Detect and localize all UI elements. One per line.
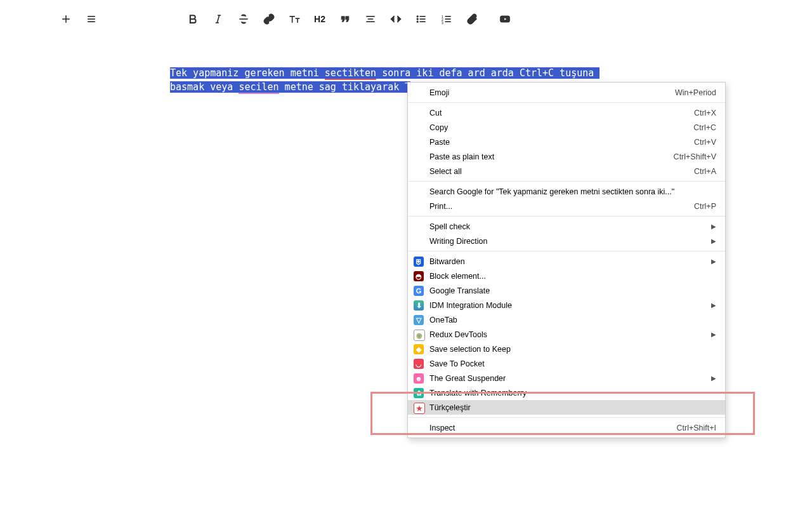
svg-line-7 <box>217 15 219 23</box>
menu-onetab[interactable]: ▽OneTab <box>408 312 725 327</box>
text-size-icon[interactable] <box>282 10 307 28</box>
video-icon[interactable] <box>492 10 518 28</box>
text: Tek yapmaniz gereken metni <box>170 67 325 79</box>
svg-text:3: 3 <box>442 21 443 25</box>
menu-redux-devtools[interactable]: ◉Redux DevTools▶ <box>408 327 725 342</box>
menu-block-element[interactable]: ◓Block element... <box>408 269 725 283</box>
separator <box>408 251 725 251</box>
text: sonra iki defa ard arda Ctrl+C tuşuna <box>376 67 594 79</box>
label: Copy <box>429 123 448 132</box>
link-icon[interactable] <box>256 10 282 28</box>
svg-point-14 <box>417 21 418 22</box>
numbered-list-icon[interactable]: 123 <box>434 10 459 28</box>
menu-writing-direction[interactable]: Writing Direction▶ <box>408 234 725 248</box>
gtranslate-icon: G <box>414 286 424 296</box>
separator <box>408 102 725 103</box>
menu-copy[interactable]: CopyCtrl+C <box>408 120 725 135</box>
chevron-right-icon: ▶ <box>711 258 716 265</box>
shortcut: Ctrl+V <box>694 138 716 147</box>
ublock-icon: ◓ <box>414 271 424 281</box>
context-menu: EmojiWin+Period CutCtrl+X CopyCtrl+C Pas… <box>407 82 726 438</box>
italic-icon[interactable] <box>206 10 231 28</box>
chevron-right-icon: ▶ <box>711 331 716 338</box>
menu-inspect[interactable]: InspectCtrl+Shift+I <box>408 420 725 435</box>
shortcut: Ctrl+Shift+I <box>676 424 716 432</box>
chevron-right-icon: ▶ <box>711 375 716 382</box>
onetab-icon: ▽ <box>414 315 424 325</box>
label: Inspect <box>429 424 455 432</box>
h2-label: H2 <box>314 14 325 24</box>
chevron-right-icon: ▶ <box>711 302 716 309</box>
shortcut: Ctrl+X <box>694 109 716 117</box>
turkcelestir-icon: ★ <box>414 403 425 414</box>
suspender-icon: ☻ <box>414 373 424 384</box>
separator <box>408 216 725 217</box>
chevron-right-icon: ▶ <box>711 237 716 244</box>
label: Paste as plain text <box>429 152 494 161</box>
label: Save To Pocket <box>429 359 485 368</box>
bullet-list-icon[interactable] <box>409 10 434 28</box>
label: Translate with Rememberry <box>429 389 527 398</box>
editor-toolbar: H2 123 <box>53 10 518 28</box>
menu-google-translate[interactable]: GGoogle Translate <box>408 283 725 298</box>
label: Block element... <box>429 272 486 281</box>
heading2-icon[interactable]: H2 <box>307 10 332 28</box>
menu-bitwarden[interactable]: ⛨Bitwarden▶ <box>408 254 725 269</box>
label: Print... <box>429 202 452 211</box>
menu-print[interactable]: Print...Ctrl+P <box>408 199 725 213</box>
label: Redux DevTools <box>429 330 487 339</box>
svg-point-13 <box>417 18 418 20</box>
menu-paste-plain[interactable]: Paste as plain textCtrl+Shift+V <box>408 149 725 164</box>
text: sectikten <box>325 67 376 80</box>
label: Search Google for "Tek yapmaniz gereken … <box>429 187 674 196</box>
menu-great-suspender[interactable]: ☻The Great Suspender▶ <box>408 371 725 385</box>
menu-select-all[interactable]: Select allCtrl+A <box>408 164 725 178</box>
text: basmak veya <box>170 81 239 93</box>
quote-icon[interactable] <box>332 10 358 28</box>
menu-spell-check[interactable]: Spell check▶ <box>408 219 725 234</box>
label: Emoji <box>429 88 449 97</box>
redux-icon: ◉ <box>414 330 425 341</box>
shortcut: Ctrl+Shift+V <box>674 152 716 161</box>
keep-icon: ◆ <box>414 344 424 354</box>
separator <box>408 417 725 418</box>
code-icon[interactable] <box>383 10 409 28</box>
separator <box>408 181 725 182</box>
idm-icon: ⬇ <box>414 300 424 311</box>
chevron-right-icon: ▶ <box>711 223 716 230</box>
label: OneTab <box>429 316 457 324</box>
align-icon[interactable] <box>358 10 383 28</box>
menu-paste[interactable]: PasteCtrl+V <box>408 135 725 149</box>
menu-rememberry[interactable]: ✿Translate with Rememberry <box>408 385 725 400</box>
svg-point-12 <box>417 16 418 17</box>
menu-pocket[interactable]: ◡Save To Pocket <box>408 356 725 371</box>
label: The Great Suspender <box>429 374 506 383</box>
rememberry-icon: ✿ <box>414 388 424 398</box>
label: Paste <box>429 138 450 147</box>
label: Cut <box>429 109 442 117</box>
label: Writing Direction <box>429 237 487 246</box>
label: Google Translate <box>429 286 490 295</box>
shortcut: Win+Period <box>675 88 716 97</box>
menu-idm[interactable]: ⬇IDM Integration Module▶ <box>408 298 725 312</box>
shortcut: Ctrl+P <box>694 202 716 211</box>
menu-emoji[interactable]: EmojiWin+Period <box>408 85 725 100</box>
menu-icon[interactable] <box>79 10 104 28</box>
shortcut: Ctrl+C <box>693 123 716 132</box>
label: Spell check <box>429 222 470 231</box>
text: metne sag tiklayarak T <box>279 81 411 93</box>
bold-icon[interactable] <box>180 10 206 28</box>
strikethrough-icon[interactable] <box>231 10 256 28</box>
menu-keep[interactable]: ◆Save selection to Keep <box>408 342 725 356</box>
menu-search-google[interactable]: Search Google for "Tek yapmaniz gereken … <box>408 184 725 199</box>
add-icon[interactable] <box>53 10 79 28</box>
pocket-icon: ◡ <box>414 359 424 369</box>
shortcut: Ctrl+A <box>694 167 716 176</box>
label: Bitwarden <box>429 257 465 266</box>
label: IDM Integration Module <box>429 301 512 310</box>
text: secilen <box>239 81 278 94</box>
label: Save selection to Keep <box>429 345 511 354</box>
attachment-icon[interactable] <box>459 10 485 28</box>
menu-turkcelestir[interactable]: ★Türkçeleştir <box>408 400 725 415</box>
menu-cut[interactable]: CutCtrl+X <box>408 105 725 120</box>
